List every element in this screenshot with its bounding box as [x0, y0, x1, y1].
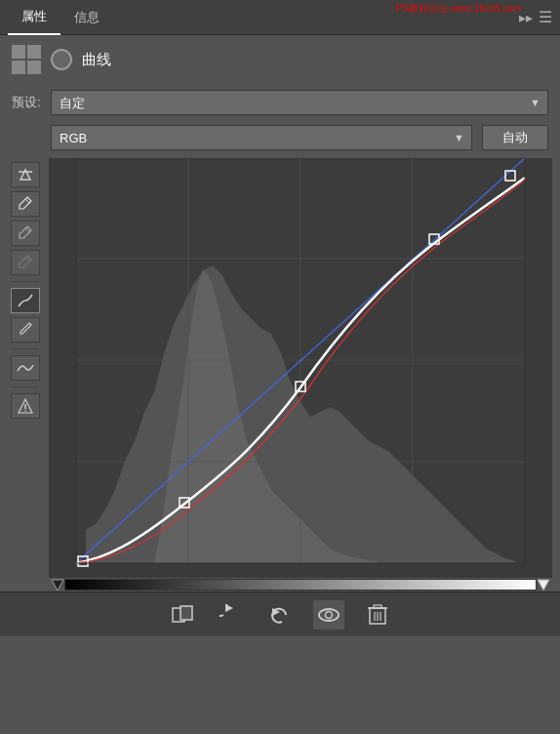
eyedropper-black-icon	[18, 254, 33, 271]
toolbar-separator-1	[12, 281, 39, 282]
svg-line-3	[25, 228, 29, 232]
svg-rect-24	[180, 606, 192, 620]
curve-graph-wrap	[49, 158, 552, 591]
circle-icon[interactable]	[51, 49, 72, 70]
svg-point-7	[24, 410, 26, 412]
adjust-tool-button[interactable]	[11, 162, 40, 187]
toolbar-separator-3	[12, 387, 39, 387]
curve-pen-icon	[17, 293, 34, 308]
eyedropper-white-button[interactable]	[11, 191, 40, 217]
channel-row: RGB 红 绿 蓝 ▼ 自动	[0, 121, 560, 158]
tab-bar: 属性 信息 PS教程论坛 www.16xx8.com ▸▸ ☰	[0, 0, 560, 35]
undo-icon	[268, 604, 292, 626]
toolbar-separator-2	[12, 348, 39, 349]
curve-canvas[interactable]	[49, 158, 552, 578]
preset-label: 预设:	[12, 94, 41, 111]
pencil-draw-button[interactable]	[11, 317, 40, 343]
smooth-curve-button[interactable]	[11, 355, 40, 381]
clip-icon	[171, 604, 194, 626]
watermark: PS教程论坛 www.16xx8.com	[396, 2, 521, 16]
pencil-icon	[18, 321, 33, 339]
eyedropper-black-button[interactable]	[11, 250, 40, 275]
clip-shadows-button[interactable]	[167, 600, 198, 630]
preset-select-wrapper: 自定 默认值 强对比度 增加对比度 较亮 较暗 ▼	[51, 90, 548, 115]
svg-rect-31	[374, 605, 381, 608]
visibility-button[interactable]	[313, 600, 344, 630]
svg-marker-22	[538, 580, 549, 591]
warning-button[interactable]	[11, 393, 40, 419]
menu-icon[interactable]: ☰	[539, 8, 552, 26]
black-triangle-icon	[51, 578, 64, 591]
reset-view-icon	[220, 604, 243, 626]
reset-view-button[interactable]	[216, 600, 247, 630]
delete-button[interactable]	[362, 600, 393, 630]
curve-adjustment-button[interactable]	[11, 288, 40, 313]
curve-svg	[49, 158, 552, 578]
smooth-icon	[17, 361, 34, 375]
tab-actions: ▸▸ ☰	[519, 8, 552, 26]
input-gradient-bar[interactable]	[64, 579, 537, 591]
gradient-row	[49, 578, 552, 591]
warning-icon	[17, 397, 34, 415]
svg-line-2	[25, 199, 29, 203]
auto-button[interactable]: 自动	[482, 125, 548, 150]
svg-point-28	[326, 611, 333, 618]
preset-row: 预设: 自定 默认值 强对比度 增加对比度 较亮 较暗 ▼	[0, 84, 560, 121]
svg-marker-21	[52, 580, 63, 591]
adjust-icon	[17, 166, 34, 184]
svg-marker-25	[225, 604, 233, 612]
white-triangle-icon	[537, 578, 550, 591]
white-point-handle[interactable]	[537, 578, 550, 591]
tab-properties[interactable]: 属性	[8, 0, 60, 35]
black-point-handle[interactable]	[51, 578, 64, 591]
trash-icon	[367, 603, 388, 627]
svg-line-4	[25, 258, 29, 262]
channel-select[interactable]: RGB 红 绿 蓝	[51, 125, 472, 150]
tab-info[interactable]: 信息	[60, 1, 113, 34]
panel-title: 曲线	[82, 51, 111, 69]
panel-header: 曲线	[0, 35, 560, 84]
undo-button[interactable]	[264, 600, 296, 630]
eyedropper-gray-icon	[18, 224, 33, 242]
left-toolbar	[8, 158, 43, 591]
grid-icon[interactable]	[12, 45, 41, 74]
eyedropper-gray-button[interactable]	[11, 221, 40, 246]
channel-select-wrapper: RGB 红 绿 蓝 ▼	[51, 125, 472, 150]
eye-icon	[317, 606, 340, 624]
expand-icon[interactable]: ▸▸	[519, 10, 533, 25]
preset-select[interactable]: 自定 默认值 强对比度 增加对比度 较亮 较暗	[51, 90, 548, 115]
main-content	[0, 158, 560, 591]
eyedropper-white-icon	[18, 195, 33, 213]
bottom-bar	[0, 591, 560, 636]
